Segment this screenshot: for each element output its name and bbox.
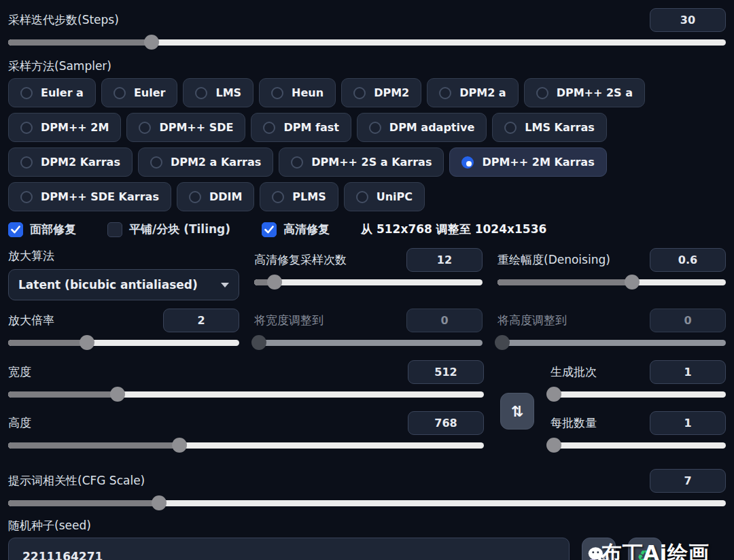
sampler-option-label: DPM fast	[283, 121, 338, 134]
hires-fix-label: 高清修复	[283, 222, 330, 237]
slider-thumb[interactable]	[546, 387, 561, 402]
radio-icon	[195, 87, 207, 99]
batch-size-slider[interactable]	[550, 437, 726, 453]
batch-count-slider[interactable]	[550, 386, 726, 402]
sampler-option-dpm-adaptive[interactable]: DPM adaptive	[357, 113, 487, 142]
slider-thumb[interactable]	[80, 335, 94, 350]
sampler-option-dpm2[interactable]: DPM2	[341, 78, 421, 107]
denoising-label: 重绘幅度(Denoising)	[497, 252, 610, 268]
slider-thumb	[251, 335, 266, 350]
hires-steps-slider[interactable]	[254, 274, 483, 290]
resize-height-field: 将高度调整到 0	[497, 309, 726, 351]
seed-label: 随机种子(seed)	[8, 519, 91, 532]
swap-dimensions-button[interactable]: ⇅	[500, 393, 534, 430]
steps-slider[interactable]	[8, 34, 726, 50]
hires-steps-label: 高清修复采样次数	[254, 252, 347, 268]
resize-width-value-input: 0	[406, 309, 483, 332]
hires-fix-checkbox[interactable]: 高清修复	[262, 222, 330, 237]
radio-icon	[189, 191, 201, 203]
sampler-option-unipc[interactable]: UniPC	[344, 182, 425, 211]
checkbox-icon	[107, 222, 122, 237]
sampler-option-plms[interactable]: PLMS	[260, 182, 338, 211]
hires-steps-value-input[interactable]: 12	[406, 248, 483, 272]
sampler-option-label: DPM++ 2M	[41, 121, 109, 134]
sampler-option-dpm-2s-a[interactable]: DPM++ 2S a	[524, 78, 645, 107]
sampler-option-label: Euler	[134, 86, 166, 99]
upscaler-dropdown[interactable]: Latent (bicubic antialiased)	[8, 269, 239, 300]
toggles-row: 面部修复 平铺/分块 (Tiling) 高清修复 从 512x768 调整至 1…	[8, 222, 726, 237]
width-value-input[interactable]: 512	[408, 360, 484, 384]
sampler-option-lms-karras[interactable]: LMS Karras	[492, 113, 607, 142]
batch-count-value-input[interactable]: 1	[650, 360, 726, 384]
sampler-option-label: DPM2 Karras	[41, 156, 120, 169]
sampler-option-label: DPM2 a	[459, 86, 506, 99]
sampler-option-dpm2-a-karras[interactable]: DPM2 a Karras	[138, 147, 273, 177]
random-seed-button[interactable]	[582, 538, 616, 560]
sampler-option-dpm2-a[interactable]: DPM2 a	[427, 78, 518, 107]
denoising-value-input[interactable]: 0.6	[650, 248, 726, 272]
slider-thumb[interactable]	[144, 35, 159, 50]
resize-width-field: 将宽度调整到 0	[254, 309, 483, 351]
checkbox-icon	[262, 222, 277, 237]
resize-height-label: 将高度调整到	[497, 313, 567, 328]
radio-icon	[272, 191, 284, 203]
height-value-input[interactable]: 768	[408, 411, 484, 435]
checkbox-icon	[8, 222, 23, 237]
slider-thumb[interactable]	[152, 495, 167, 510]
sampler-option-heun[interactable]: Heun	[259, 78, 336, 107]
hires-steps-field: 高清修复采样次数 12	[254, 248, 483, 300]
resize-height-value-input: 0	[650, 309, 726, 332]
sampler-option-euler[interactable]: Euler	[101, 78, 178, 107]
sampler-option-dpm2-karras[interactable]: DPM2 Karras	[8, 147, 133, 177]
sampler-option-ddim[interactable]: DDIM	[177, 182, 254, 211]
denoising-slider[interactable]	[497, 274, 726, 290]
steps-field: 采样迭代步数(Steps) 30	[8, 8, 726, 32]
sampler-option-dpm-2m-karras[interactable]: DPM++ 2M Karras	[449, 147, 606, 177]
swap-column: ⇅	[500, 360, 534, 462]
slider-thumb	[495, 335, 510, 350]
hires-resize-info: 从 512x768 调整至 1024x1536	[361, 222, 546, 237]
check-icon	[11, 226, 20, 234]
radio-icon	[504, 122, 517, 134]
batch-column: 生成批次 1 每批数量 1	[550, 360, 726, 462]
radio-icon	[369, 122, 381, 134]
reuse-seed-button[interactable]: ♻	[628, 538, 662, 560]
sampler-option-dpm-sde[interactable]: DPM++ SDE	[126, 113, 245, 142]
tiling-checkbox[interactable]: 平铺/分块 (Tiling)	[107, 222, 230, 237]
steps-label: 采样迭代步数(Steps)	[8, 12, 119, 28]
sampler-option-dpm-2m[interactable]: DPM++ 2M	[8, 113, 121, 142]
sampler-option-dpm-sde-karras[interactable]: DPM++ SDE Karras	[8, 182, 171, 211]
batch-size-value-input[interactable]: 1	[650, 411, 726, 435]
sampler-option-dpm-2s-a-karras[interactable]: DPM++ 2S a Karras	[279, 147, 444, 177]
upscaler-field: 放大算法 Latent (bicubic antialiased)	[8, 248, 239, 300]
steps-value-input[interactable]: 30	[650, 8, 726, 32]
upscale-by-value-input[interactable]: 2	[163, 309, 239, 332]
slider-track	[550, 442, 726, 449]
width-slider[interactable]	[8, 386, 484, 402]
slider-thumb[interactable]	[625, 275, 640, 290]
slider-thumb[interactable]	[267, 275, 282, 290]
sampler-label: 采样方法(Sampler)	[8, 58, 726, 74]
restore-faces-checkbox[interactable]: 面部修复	[8, 222, 76, 237]
sampler-option-label: Heun	[292, 86, 324, 99]
sampler-option-label: LMS	[215, 86, 241, 99]
batch-size-field: 每批数量 1	[550, 411, 726, 453]
restore-faces-label: 面部修复	[30, 222, 76, 237]
height-slider[interactable]	[8, 437, 484, 453]
slider-thumb[interactable]	[546, 438, 561, 453]
radio-icon	[20, 156, 33, 169]
resize-height-slider	[497, 334, 726, 351]
slider-thumb[interactable]	[172, 438, 187, 453]
sampler-option-dpm-fast[interactable]: DPM fast	[251, 113, 351, 142]
upscale-by-slider[interactable]	[8, 334, 239, 351]
radio-icon	[353, 87, 366, 99]
slider-thumb[interactable]	[110, 387, 125, 402]
cfg-slider[interactable]	[8, 495, 726, 511]
dimensions-section: 宽度 512 高度 768	[8, 360, 726, 462]
sampler-option-label: DPM++ 2M Karras	[482, 156, 594, 169]
sampler-option-lms[interactable]: LMS	[183, 78, 254, 107]
cfg-value-input[interactable]: 7	[650, 469, 726, 493]
radio-icon	[139, 122, 151, 134]
seed-input[interactable]	[8, 538, 570, 560]
sampler-option-euler-a[interactable]: Euler a	[8, 78, 96, 107]
